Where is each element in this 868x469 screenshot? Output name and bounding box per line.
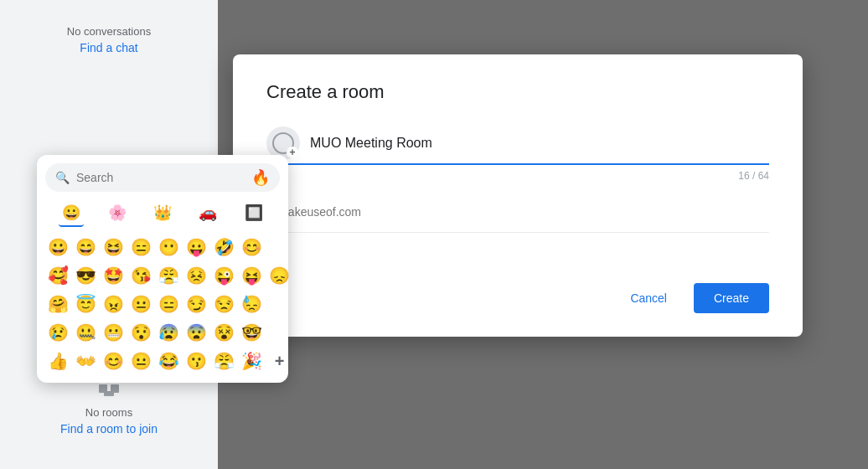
emoji-anxious[interactable]: 😰 bbox=[156, 319, 182, 346]
flame-icon: 🔥 bbox=[251, 168, 270, 187]
emoji-sunglasses[interactable]: 😎 bbox=[73, 262, 99, 289]
emoji-dizzy[interactable]: 😵 bbox=[211, 319, 237, 346]
emoji-add-button[interactable]: + bbox=[266, 348, 292, 374]
emoji-search-input[interactable] bbox=[76, 171, 245, 184]
sidebar-conversations: No conversations Find a chat bbox=[0, 0, 218, 63]
emoji-grimace[interactable]: 😬 bbox=[101, 319, 127, 346]
emoji-unamused[interactable]: 😒 bbox=[211, 291, 237, 317]
emoji-triumph[interactable]: 😤 bbox=[211, 348, 237, 374]
find-room-link[interactable]: Find a room to join bbox=[60, 422, 158, 436]
emoji-cat-nature[interactable]: 🌸 bbox=[105, 200, 130, 227]
emoji-smirk[interactable]: 😏 bbox=[183, 291, 209, 317]
emoji-halo[interactable]: 😇 bbox=[73, 291, 99, 317]
emoji-empty2 bbox=[266, 291, 292, 317]
emoji-nerd[interactable]: 🤓 bbox=[239, 319, 265, 346]
no-conversations-text: No conversations bbox=[17, 25, 201, 38]
emoji-cat-food[interactable]: 👑 bbox=[150, 200, 175, 227]
emoji-hugging[interactable]: 🤗 bbox=[45, 291, 71, 317]
emoji-grin[interactable]: 😄 bbox=[73, 234, 99, 260]
emoji-squint-tongue[interactable]: 😝 bbox=[239, 262, 265, 289]
emoji-no-mouth[interactable]: 😶 bbox=[156, 234, 182, 260]
emoji-search-row: 🔍 🔥 bbox=[45, 163, 280, 192]
char-count: 16 / 64 bbox=[266, 170, 769, 182]
emoji-empty3 bbox=[266, 319, 292, 346]
emoji-party[interactable]: 🎉 bbox=[239, 348, 265, 374]
emoji-kissing[interactable]: 😗 bbox=[183, 348, 209, 374]
emoji-smile[interactable]: 😊 bbox=[101, 348, 127, 374]
emoji-persevering[interactable]: 😣 bbox=[183, 262, 209, 289]
emoji-hushed[interactable]: 😯 bbox=[128, 319, 154, 346]
emoji-picker: 🔍 🔥 😀 🌸 👑 🚗 🔲 😀 😄 😆 😑 😶 😛 🤣 😊 🥰 😎 🤩 😘 😤 … bbox=[37, 155, 288, 383]
emoji-sweat[interactable]: 😓 bbox=[239, 291, 265, 317]
emoji-steam[interactable]: 😤 bbox=[156, 262, 182, 289]
emoji-neutral2[interactable]: 😐 bbox=[128, 348, 154, 374]
modal-actions: Cancel Create bbox=[266, 283, 769, 313]
invite-row bbox=[266, 198, 769, 233]
create-room-modal: Create a room + 16 / 64 Cancel Create bbox=[233, 54, 803, 337]
room-icon-plus: + bbox=[287, 147, 298, 158]
emoji-grid: 😀 😄 😆 😑 😶 😛 🤣 😊 🥰 😎 🤩 😘 😤 😣 😜 😝 😞 🤗 😇 😠 … bbox=[45, 234, 280, 374]
emoji-cry[interactable]: 😢 bbox=[45, 319, 71, 346]
emoji-cat-travel[interactable]: 🚗 bbox=[195, 200, 220, 227]
emoji-kissing-heart[interactable]: 😘 bbox=[128, 262, 154, 289]
emoji-cat-objects[interactable]: 🔲 bbox=[241, 200, 266, 227]
svg-rect-4 bbox=[104, 391, 114, 396]
room-name-input[interactable] bbox=[310, 136, 769, 151]
create-button[interactable]: Create bbox=[694, 283, 769, 313]
emoji-open-hands[interactable]: 👐 bbox=[73, 348, 99, 374]
emoji-zipper[interactable]: 🤐 bbox=[73, 319, 99, 346]
emoji-angry[interactable]: 😠 bbox=[101, 291, 127, 317]
emoji-stuck-out-tongue[interactable]: 😛 bbox=[183, 234, 209, 260]
emoji-thumbsup[interactable]: 👍 bbox=[45, 348, 71, 374]
emoji-expressionless2[interactable]: 😑 bbox=[156, 291, 182, 317]
emoji-laughing[interactable]: 😆 bbox=[101, 234, 127, 260]
find-chat-link[interactable]: Find a chat bbox=[17, 41, 201, 54]
emoji-category-tabs: 😀 🌸 👑 🚗 🔲 bbox=[45, 200, 280, 227]
invite-input[interactable] bbox=[266, 198, 769, 225]
emoji-fearful[interactable]: 😨 bbox=[183, 319, 209, 346]
no-rooms-text: No rooms bbox=[85, 406, 132, 419]
emoji-empty1 bbox=[266, 234, 292, 260]
cancel-button[interactable]: Cancel bbox=[613, 283, 684, 313]
search-icon: 🔍 bbox=[55, 171, 70, 184]
emoji-rofl[interactable]: 🤣 bbox=[211, 234, 237, 260]
emoji-disappointed[interactable]: 😞 bbox=[266, 262, 292, 289]
emoji-wink[interactable]: 😜 bbox=[211, 262, 237, 289]
emoji-cat-faces[interactable]: 😀 bbox=[59, 200, 84, 227]
modal-title: Create a room bbox=[266, 81, 769, 103]
emoji-neutral[interactable]: 😐 bbox=[128, 291, 154, 317]
emoji-star-struck[interactable]: 🤩 bbox=[101, 262, 127, 289]
emoji-joy[interactable]: 😂 bbox=[156, 348, 182, 374]
emoji-blush[interactable]: 😊 bbox=[239, 234, 265, 260]
emoji-expressionless[interactable]: 😑 bbox=[128, 234, 154, 260]
room-name-row: + bbox=[266, 126, 769, 165]
emoji-grinning[interactable]: 😀 bbox=[45, 234, 71, 260]
emoji-heart-eyes[interactable]: 🥰 bbox=[45, 262, 71, 289]
